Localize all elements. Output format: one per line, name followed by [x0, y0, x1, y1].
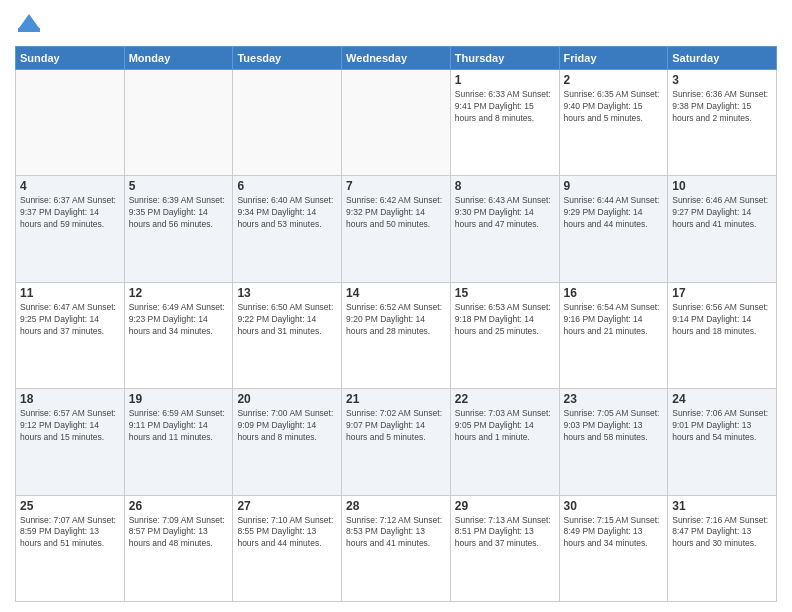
day-number: 17 — [672, 286, 772, 300]
calendar-cell: 12Sunrise: 6:49 AM Sunset: 9:23 PM Dayli… — [124, 282, 233, 388]
day-number: 29 — [455, 499, 555, 513]
day-number: 7 — [346, 179, 446, 193]
day-info: Sunrise: 6:57 AM Sunset: 9:12 PM Dayligh… — [20, 408, 120, 444]
calendar-cell: 20Sunrise: 7:00 AM Sunset: 9:09 PM Dayli… — [233, 389, 342, 495]
day-info: Sunrise: 6:40 AM Sunset: 9:34 PM Dayligh… — [237, 195, 337, 231]
day-info: Sunrise: 6:49 AM Sunset: 9:23 PM Dayligh… — [129, 302, 229, 338]
calendar-cell: 30Sunrise: 7:15 AM Sunset: 8:49 PM Dayli… — [559, 495, 668, 601]
calendar-cell: 1Sunrise: 6:33 AM Sunset: 9:41 PM Daylig… — [450, 70, 559, 176]
calendar-cell: 2Sunrise: 6:35 AM Sunset: 9:40 PM Daylig… — [559, 70, 668, 176]
calendar-header-row: SundayMondayTuesdayWednesdayThursdayFrid… — [16, 47, 777, 70]
day-info: Sunrise: 6:33 AM Sunset: 9:41 PM Dayligh… — [455, 89, 555, 125]
day-info: Sunrise: 6:53 AM Sunset: 9:18 PM Dayligh… — [455, 302, 555, 338]
calendar-week-row: 25Sunrise: 7:07 AM Sunset: 8:59 PM Dayli… — [16, 495, 777, 601]
day-info: Sunrise: 7:06 AM Sunset: 9:01 PM Dayligh… — [672, 408, 772, 444]
day-number: 25 — [20, 499, 120, 513]
calendar-cell — [16, 70, 125, 176]
day-number: 30 — [564, 499, 664, 513]
day-number: 26 — [129, 499, 229, 513]
day-info: Sunrise: 7:07 AM Sunset: 8:59 PM Dayligh… — [20, 515, 120, 551]
calendar-cell: 19Sunrise: 6:59 AM Sunset: 9:11 PM Dayli… — [124, 389, 233, 495]
day-number: 24 — [672, 392, 772, 406]
weekday-header: Friday — [559, 47, 668, 70]
day-number: 15 — [455, 286, 555, 300]
logo-icon — [15, 10, 43, 38]
day-info: Sunrise: 6:47 AM Sunset: 9:25 PM Dayligh… — [20, 302, 120, 338]
calendar-cell: 7Sunrise: 6:42 AM Sunset: 9:32 PM Daylig… — [342, 176, 451, 282]
day-info: Sunrise: 7:13 AM Sunset: 8:51 PM Dayligh… — [455, 515, 555, 551]
day-number: 28 — [346, 499, 446, 513]
header — [15, 10, 777, 38]
calendar-cell: 6Sunrise: 6:40 AM Sunset: 9:34 PM Daylig… — [233, 176, 342, 282]
day-info: Sunrise: 7:15 AM Sunset: 8:49 PM Dayligh… — [564, 515, 664, 551]
calendar-cell: 25Sunrise: 7:07 AM Sunset: 8:59 PM Dayli… — [16, 495, 125, 601]
calendar-cell: 27Sunrise: 7:10 AM Sunset: 8:55 PM Dayli… — [233, 495, 342, 601]
day-info: Sunrise: 6:46 AM Sunset: 9:27 PM Dayligh… — [672, 195, 772, 231]
day-number: 19 — [129, 392, 229, 406]
calendar-week-row: 11Sunrise: 6:47 AM Sunset: 9:25 PM Dayli… — [16, 282, 777, 388]
day-number: 13 — [237, 286, 337, 300]
day-info: Sunrise: 6:54 AM Sunset: 9:16 PM Dayligh… — [564, 302, 664, 338]
weekday-header: Monday — [124, 47, 233, 70]
day-info: Sunrise: 6:37 AM Sunset: 9:37 PM Dayligh… — [20, 195, 120, 231]
day-info: Sunrise: 7:16 AM Sunset: 8:47 PM Dayligh… — [672, 515, 772, 551]
weekday-header: Thursday — [450, 47, 559, 70]
day-number: 22 — [455, 392, 555, 406]
weekday-header: Saturday — [668, 47, 777, 70]
day-info: Sunrise: 6:44 AM Sunset: 9:29 PM Dayligh… — [564, 195, 664, 231]
calendar-cell: 24Sunrise: 7:06 AM Sunset: 9:01 PM Dayli… — [668, 389, 777, 495]
day-number: 16 — [564, 286, 664, 300]
calendar-week-row: 4Sunrise: 6:37 AM Sunset: 9:37 PM Daylig… — [16, 176, 777, 282]
calendar-cell: 18Sunrise: 6:57 AM Sunset: 9:12 PM Dayli… — [16, 389, 125, 495]
calendar-cell: 26Sunrise: 7:09 AM Sunset: 8:57 PM Dayli… — [124, 495, 233, 601]
calendar-cell — [342, 70, 451, 176]
day-info: Sunrise: 6:39 AM Sunset: 9:35 PM Dayligh… — [129, 195, 229, 231]
weekday-header: Tuesday — [233, 47, 342, 70]
calendar-cell: 9Sunrise: 6:44 AM Sunset: 9:29 PM Daylig… — [559, 176, 668, 282]
day-number: 2 — [564, 73, 664, 87]
calendar-cell: 23Sunrise: 7:05 AM Sunset: 9:03 PM Dayli… — [559, 389, 668, 495]
day-number: 31 — [672, 499, 772, 513]
calendar-cell: 5Sunrise: 6:39 AM Sunset: 9:35 PM Daylig… — [124, 176, 233, 282]
calendar-cell: 10Sunrise: 6:46 AM Sunset: 9:27 PM Dayli… — [668, 176, 777, 282]
calendar-cell: 14Sunrise: 6:52 AM Sunset: 9:20 PM Dayli… — [342, 282, 451, 388]
day-number: 10 — [672, 179, 772, 193]
day-number: 18 — [20, 392, 120, 406]
calendar-week-row: 1Sunrise: 6:33 AM Sunset: 9:41 PM Daylig… — [16, 70, 777, 176]
calendar-cell — [124, 70, 233, 176]
calendar-cell: 4Sunrise: 6:37 AM Sunset: 9:37 PM Daylig… — [16, 176, 125, 282]
day-info: Sunrise: 6:35 AM Sunset: 9:40 PM Dayligh… — [564, 89, 664, 125]
day-number: 14 — [346, 286, 446, 300]
calendar-cell: 31Sunrise: 7:16 AM Sunset: 8:47 PM Dayli… — [668, 495, 777, 601]
svg-marker-0 — [19, 14, 39, 28]
calendar-cell: 3Sunrise: 6:36 AM Sunset: 9:38 PM Daylig… — [668, 70, 777, 176]
calendar-cell: 28Sunrise: 7:12 AM Sunset: 8:53 PM Dayli… — [342, 495, 451, 601]
calendar-table: SundayMondayTuesdayWednesdayThursdayFrid… — [15, 46, 777, 602]
calendar-cell: 11Sunrise: 6:47 AM Sunset: 9:25 PM Dayli… — [16, 282, 125, 388]
calendar-cell: 17Sunrise: 6:56 AM Sunset: 9:14 PM Dayli… — [668, 282, 777, 388]
day-info: Sunrise: 7:00 AM Sunset: 9:09 PM Dayligh… — [237, 408, 337, 444]
day-number: 11 — [20, 286, 120, 300]
day-number: 21 — [346, 392, 446, 406]
weekday-header: Wednesday — [342, 47, 451, 70]
weekday-header: Sunday — [16, 47, 125, 70]
day-number: 6 — [237, 179, 337, 193]
day-info: Sunrise: 7:05 AM Sunset: 9:03 PM Dayligh… — [564, 408, 664, 444]
day-info: Sunrise: 7:03 AM Sunset: 9:05 PM Dayligh… — [455, 408, 555, 444]
day-info: Sunrise: 6:43 AM Sunset: 9:30 PM Dayligh… — [455, 195, 555, 231]
day-info: Sunrise: 7:02 AM Sunset: 9:07 PM Dayligh… — [346, 408, 446, 444]
day-number: 9 — [564, 179, 664, 193]
calendar-cell: 16Sunrise: 6:54 AM Sunset: 9:16 PM Dayli… — [559, 282, 668, 388]
page: SundayMondayTuesdayWednesdayThursdayFrid… — [0, 0, 792, 612]
calendar-cell: 8Sunrise: 6:43 AM Sunset: 9:30 PM Daylig… — [450, 176, 559, 282]
day-info: Sunrise: 6:56 AM Sunset: 9:14 PM Dayligh… — [672, 302, 772, 338]
day-number: 4 — [20, 179, 120, 193]
day-info: Sunrise: 6:36 AM Sunset: 9:38 PM Dayligh… — [672, 89, 772, 125]
calendar-week-row: 18Sunrise: 6:57 AM Sunset: 9:12 PM Dayli… — [16, 389, 777, 495]
day-number: 27 — [237, 499, 337, 513]
day-info: Sunrise: 7:12 AM Sunset: 8:53 PM Dayligh… — [346, 515, 446, 551]
calendar-cell: 22Sunrise: 7:03 AM Sunset: 9:05 PM Dayli… — [450, 389, 559, 495]
calendar-cell: 21Sunrise: 7:02 AM Sunset: 9:07 PM Dayli… — [342, 389, 451, 495]
day-info: Sunrise: 7:10 AM Sunset: 8:55 PM Dayligh… — [237, 515, 337, 551]
calendar-cell: 29Sunrise: 7:13 AM Sunset: 8:51 PM Dayli… — [450, 495, 559, 601]
